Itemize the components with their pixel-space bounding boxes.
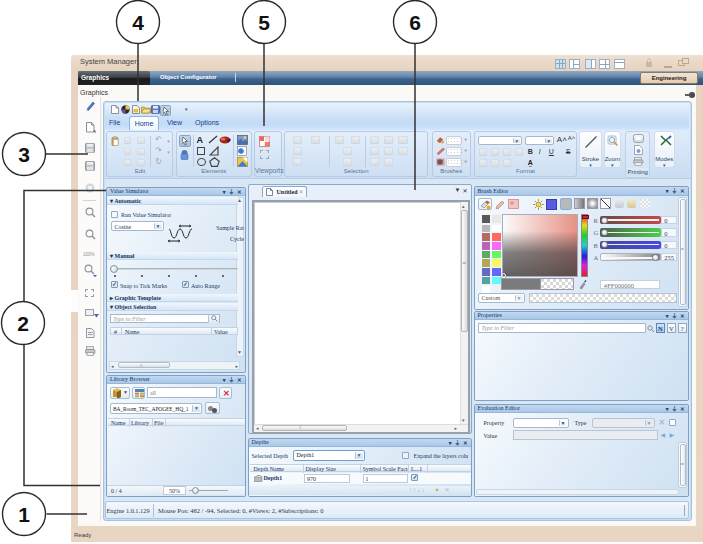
svg-text:2: 2 [17, 312, 29, 335]
svg-text:6: 6 [409, 11, 421, 34]
svg-text:5: 5 [258, 11, 270, 34]
svg-text:4: 4 [132, 11, 144, 34]
svg-text:1: 1 [18, 503, 30, 526]
svg-text:3: 3 [18, 143, 30, 166]
